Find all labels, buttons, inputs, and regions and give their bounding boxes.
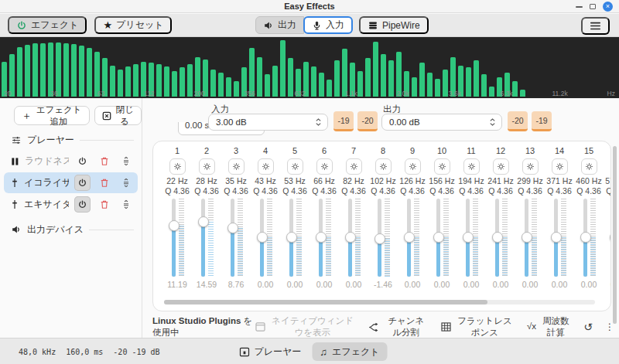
slider-tick-fill	[326, 237, 331, 277]
band-gain-slider[interactable]	[286, 199, 304, 277]
vertical-scrollbar[interactable]	[613, 146, 617, 324]
band-settings-button[interactable]	[375, 158, 392, 175]
slider-knob[interactable]	[463, 232, 474, 243]
band-gain-slider[interactable]	[168, 199, 186, 277]
pipewire-button[interactable]: PipeWire	[359, 16, 429, 34]
band-number: 7	[351, 146, 356, 157]
band-gain-slider[interactable]	[197, 199, 216, 277]
band-gain-slider[interactable]	[344, 199, 363, 277]
band-gain-slider[interactable]	[491, 199, 510, 277]
slider-knob[interactable]	[433, 232, 444, 243]
band-settings-button[interactable]	[610, 158, 611, 175]
plugin-drag-handle[interactable]	[118, 196, 134, 213]
slider-knob[interactable]	[345, 232, 356, 243]
band-settings-button[interactable]	[228, 158, 245, 175]
band-settings-button[interactable]	[493, 158, 509, 175]
close-pane-button[interactable]: 閉じる	[94, 106, 142, 125]
slider-knob[interactable]	[404, 232, 415, 243]
grid-icon	[441, 322, 451, 332]
output-gain-spinbox[interactable]: 0.00 dB	[381, 114, 502, 131]
band-settings-button[interactable]	[463, 158, 480, 175]
band-gain-slider[interactable]	[403, 199, 422, 277]
slider-knob[interactable]	[374, 233, 385, 244]
band-settings-button[interactable]	[581, 158, 597, 175]
slider-knob[interactable]	[492, 232, 503, 243]
show-native-window-button[interactable]: ネイティブウィンドウを表示	[255, 315, 357, 338]
slider-knob[interactable]	[257, 232, 268, 243]
pause-icon	[11, 157, 19, 166]
band-settings-button[interactable]	[287, 158, 303, 175]
band-settings-button[interactable]	[169, 158, 186, 175]
tab-players[interactable]: プレーヤー	[232, 342, 310, 361]
band-settings-button[interactable]	[258, 158, 274, 175]
band-gain-slider[interactable]	[374, 199, 392, 277]
tab-effects[interactable]: ♫ エフェクト	[312, 342, 387, 361]
band-q: Q 4.36	[341, 186, 366, 196]
band-settings-button[interactable]	[434, 158, 450, 175]
band-gain-slider[interactable]	[550, 199, 569, 277]
maximize-button[interactable]	[590, 4, 596, 9]
slider-knob[interactable]	[227, 223, 238, 233]
band-gain-slider[interactable]	[462, 199, 480, 277]
slider-knob[interactable]	[610, 232, 611, 243]
band-settings-button[interactable]	[552, 158, 568, 175]
input-tab-button[interactable]: 入力	[303, 16, 353, 34]
spin-chevrons-icon[interactable]	[488, 117, 497, 128]
close-button[interactable]: ×	[603, 2, 613, 12]
band-q: Q 4.36	[606, 186, 610, 196]
slider-knob[interactable]	[522, 232, 532, 243]
reset-button[interactable]: ↺	[583, 321, 593, 333]
band-gain-slider[interactable]	[256, 199, 275, 277]
band-settings-button[interactable]	[405, 158, 421, 175]
plugin-delete-button[interactable]	[96, 175, 112, 191]
slider-fill	[583, 237, 587, 277]
horizontal-scrollbar[interactable]	[164, 300, 595, 304]
presets-button[interactable]: ★ プリセット	[94, 16, 172, 34]
flat-response-button[interactable]: フラットレスポンス	[441, 315, 515, 338]
band-gain-slider[interactable]	[315, 199, 333, 277]
output-tab-button[interactable]: 出力	[255, 16, 304, 34]
split-channels-button[interactable]: チャンネル分割	[368, 315, 428, 338]
slider-knob[interactable]	[316, 232, 327, 243]
calculate-frequencies-button[interactable]: √x 周波数計算	[527, 315, 571, 338]
plugin-delete-button[interactable]	[96, 196, 112, 213]
effects-toggle-button[interactable]: エフェクト	[8, 16, 87, 34]
slider-knob[interactable]	[580, 232, 591, 243]
band-gain-slider[interactable]	[580, 199, 598, 277]
slider-knob[interactable]	[286, 232, 297, 243]
band-settings-button[interactable]	[199, 158, 215, 175]
band-q: Q 4.36	[459, 186, 484, 196]
spectrum-bar	[48, 43, 53, 97]
band-settings-button[interactable]	[346, 158, 362, 175]
slider-knob[interactable]	[198, 216, 209, 227]
spectrum-bar	[40, 43, 46, 97]
add-effect-button[interactable]: ＋ エフェクト追加	[14, 106, 90, 125]
plugin-drag-handle[interactable]	[118, 175, 134, 191]
slider-knob[interactable]	[551, 232, 562, 243]
minimize-button[interactable]	[576, 6, 583, 8]
input-gain-spinbox[interactable]: 3.00 dB	[208, 114, 328, 131]
spin-chevrons-icon[interactable]	[314, 117, 323, 128]
band-gain-slider[interactable]	[227, 199, 245, 277]
plugin-power-button[interactable]	[74, 175, 91, 191]
audio-status: 48,0 kHz 160,0 ms -20 -19 dB	[19, 338, 160, 364]
equalizer-bands-card: 122 HzQ 4.3611.19228 HzQ 4.3614.59335 Hz…	[152, 141, 611, 311]
plugin-power-button[interactable]	[74, 196, 91, 213]
freq-scale-label: 2.0k	[397, 90, 409, 98]
sidebar-item-exciter[interactable]: エキサイター	[4, 194, 138, 215]
main-menu-button[interactable]	[581, 17, 610, 35]
slider-knob[interactable]	[169, 220, 180, 231]
band-frequency: 156 Hz	[429, 176, 454, 186]
sidebar-item-loudness[interactable]: ラウドネス	[4, 151, 138, 172]
band-settings-button[interactable]	[522, 158, 539, 175]
band-settings-button[interactable]	[316, 158, 333, 175]
plugin-power-button[interactable]	[74, 153, 91, 169]
plugin-drag-handle[interactable]	[118, 153, 134, 169]
plugin-delete-button[interactable]	[96, 153, 112, 169]
eq-band-2: 228 HzQ 4.3614.59	[192, 146, 221, 289]
sidebar-item-equalizer[interactable]: イコライザー	[4, 172, 138, 193]
band-frequency: 28 Hz	[196, 176, 217, 186]
band-gain-slider[interactable]	[521, 199, 539, 277]
band-gain-slider[interactable]	[433, 199, 451, 277]
band-gain-slider[interactable]	[609, 199, 610, 277]
